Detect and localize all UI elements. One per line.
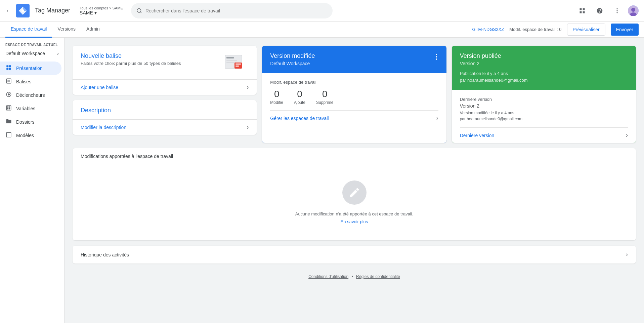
- svg-rect-7: [583, 8, 585, 10]
- more-menu-button[interactable]: [610, 4, 624, 17]
- card-nouvelle-content: Nouvelle balise Faites votre choix parmi…: [73, 46, 257, 74]
- card-published-top: Version publiée Version 2 Publication le…: [452, 46, 636, 90]
- svg-rect-16: [6, 65, 8, 67]
- svg-rect-22: [7, 81, 10, 82]
- workspace-name: Default Workspace: [5, 51, 45, 56]
- tab-admin[interactable]: Admin: [81, 22, 105, 38]
- preview-button[interactable]: Prévisualiser: [567, 24, 605, 36]
- card-published-link-label: Dernière version: [460, 133, 495, 138]
- card-nouvelle-description: Faites votre choix parmi plus de 50 type…: [81, 61, 181, 66]
- card-published-link[interactable]: Dernière version ›: [460, 127, 628, 143]
- workspace-mod-count: Modif. espace de travail : 0: [509, 27, 561, 32]
- sidebar-label-variables: Variables: [16, 106, 35, 111]
- last-version-name: Version 2: [460, 103, 628, 109]
- footer: Conditions d'utilisation • Règles de con…: [73, 269, 636, 284]
- card-description-content: Description: [73, 100, 257, 114]
- nav-tab-right: GTM-NDGS2XZ Modif. espace de travail : 0…: [472, 24, 639, 36]
- current-account: SAME ▾: [80, 10, 123, 15]
- card-nouvelle-chevron-icon: ›: [247, 84, 249, 91]
- card-published-info: Publication le il y a 4 anspar hoaraumel…: [460, 70, 628, 83]
- svg-rect-26: [7, 107, 9, 108]
- stat-deleted: 0 Supprimé: [316, 89, 333, 105]
- modifications-empty-text: Aucune modification n'a été apportée à c…: [295, 211, 414, 216]
- sidebar-item-presentation[interactable]: Présentation: [0, 62, 61, 75]
- card-modified: Version modifiée Default Workspace Modif…: [262, 46, 446, 143]
- card-modified-menu-button[interactable]: [434, 52, 438, 61]
- empty-icon-circle: [342, 180, 367, 205]
- card-published-title: Version publiée: [460, 52, 628, 59]
- activity-chevron-icon: ›: [626, 251, 628, 258]
- sidebar-item-modeles[interactable]: Modèles: [0, 129, 61, 142]
- modifications-header: Modifications apportées à l'espace de tr…: [73, 148, 636, 164]
- svg-rect-36: [235, 64, 241, 65]
- last-version-info: Version modifiée le il y a 4 anspar hoar…: [460, 110, 628, 122]
- card-modified-title: Version modifiée: [270, 52, 315, 59]
- edit-icon: [348, 187, 360, 199]
- balises-icon: [5, 78, 12, 85]
- svg-rect-30: [6, 132, 11, 137]
- card-published-body: Dernière version Version 2 Version modif…: [452, 90, 636, 143]
- topbar: ← Tag Manager Tous les comptes > SAME SA…: [0, 0, 644, 22]
- avatar[interactable]: [628, 5, 639, 16]
- stat-modified-label: Modifié: [270, 100, 283, 105]
- search-bar[interactable]: [131, 3, 333, 18]
- sidebar-nav: Présentation Balises Déclencheurs Variab…: [0, 62, 64, 142]
- footer-separator: •: [352, 274, 353, 279]
- card-nouvelle-link[interactable]: Ajouter une balise ›: [73, 79, 257, 95]
- svg-point-24: [8, 93, 10, 95]
- declencheurs-icon: [5, 91, 12, 99]
- card-published-version: Version 2: [460, 61, 628, 66]
- sidebar-item-balises[interactable]: Balises: [0, 75, 61, 88]
- modeles-icon: [5, 132, 12, 139]
- workspace-selector[interactable]: Default Workspace ›: [1, 48, 63, 59]
- card-description-link-label: Modifier la description: [81, 125, 126, 130]
- main-layout: ESPACE DE TRAVAIL ACTUEL Default Workspa…: [0, 38, 644, 323]
- sidebar-item-declencheurs[interactable]: Déclencheurs: [0, 88, 61, 102]
- workspace-section-label: ESPACE DE TRAVAIL ACTUEL: [0, 40, 64, 48]
- topbar-right: [575, 4, 639, 17]
- privacy-link[interactable]: Règles de confidentialité: [356, 274, 400, 279]
- help-button[interactable]: [593, 4, 606, 17]
- learn-more-link[interactable]: En savoir plus: [341, 219, 368, 224]
- workspace-mods-stats: 0 Modifié 0 Ajouté 0 Supprimé: [270, 89, 438, 105]
- stat-deleted-number: 0: [316, 89, 333, 99]
- variables-icon: [5, 105, 12, 112]
- back-icon[interactable]: ←: [5, 7, 12, 14]
- sidebar-item-dossiers[interactable]: Dossiers: [0, 115, 61, 129]
- svg-rect-34: [226, 62, 236, 63]
- sidebar-item-variables[interactable]: Variables: [0, 102, 61, 115]
- app-title: Tag Manager: [35, 7, 70, 14]
- tag-icon: [222, 52, 249, 74]
- svg-rect-21: [7, 80, 10, 81]
- gtm-logo: [16, 4, 30, 17]
- gtm-id: GTM-NDGS2XZ: [472, 27, 504, 32]
- svg-point-14: [631, 8, 635, 12]
- last-version-title: Dernière version: [460, 97, 628, 102]
- stat-added: 0 Ajouté: [294, 89, 305, 105]
- card-nouvelle-link-label: Ajouter une balise: [81, 85, 118, 90]
- svg-rect-32: [226, 57, 234, 58]
- card-modified-link[interactable]: Gérer les espaces de travail ›: [270, 110, 438, 126]
- account-breadcrumb[interactable]: Tous les comptes > SAME SAME ▾: [80, 6, 123, 15]
- card-description-title: Description: [81, 107, 249, 114]
- send-button[interactable]: Envoyer: [611, 24, 639, 36]
- card-nouvelle-top: Nouvelle balise Faites votre choix parmi…: [81, 52, 249, 74]
- search-icon: [136, 8, 142, 14]
- svg-rect-37: [235, 66, 239, 67]
- terms-link[interactable]: Conditions d'utilisation: [308, 274, 348, 279]
- tab-versions[interactable]: Versions: [52, 22, 81, 38]
- card-nouvelle-balise: Nouvelle balise Faites votre choix parmi…: [73, 46, 257, 95]
- apps-button[interactable]: [575, 4, 589, 17]
- content: Nouvelle balise Faites votre choix parmi…: [65, 38, 644, 323]
- tab-workspace[interactable]: Espace de travail: [5, 22, 52, 38]
- svg-point-12: [616, 12, 617, 13]
- card-nouvelle-title: Nouvelle balise: [81, 52, 181, 59]
- topbar-left: ← Tag Manager Tous les comptes > SAME SA…: [5, 4, 123, 17]
- stat-added-label: Ajouté: [294, 100, 305, 105]
- svg-rect-27: [9, 107, 10, 108]
- stat-modified-number: 0: [270, 89, 283, 99]
- card-description-link[interactable]: Modifier la description ›: [73, 119, 257, 135]
- breadcrumb-all: Tous les comptes > SAME: [80, 6, 123, 10]
- activity-header[interactable]: Historique des activités ›: [73, 246, 636, 264]
- search-input[interactable]: [145, 8, 327, 13]
